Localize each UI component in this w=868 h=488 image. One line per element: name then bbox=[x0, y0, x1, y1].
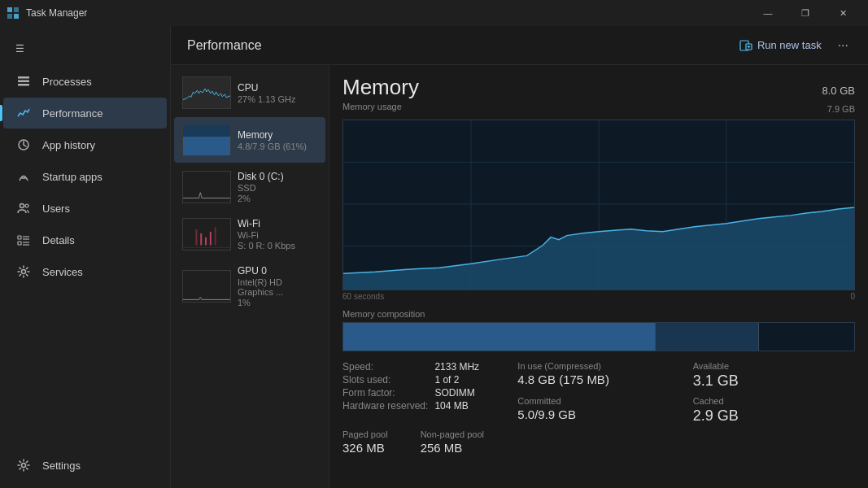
sidebar-item-processes[interactable]: Processes bbox=[3, 66, 167, 97]
in-use-label: In use (Compressed) bbox=[517, 361, 679, 371]
services-label: Services bbox=[42, 266, 83, 278]
bottom-stats: Paged pool 326 MB Non-paged pool 256 MB bbox=[342, 429, 855, 455]
more-options-button[interactable]: ··· bbox=[835, 35, 852, 56]
hw-reserved-value: 104 MB bbox=[434, 400, 504, 412]
slots-value: 1 of 2 bbox=[434, 374, 504, 386]
graph-time-labels: 60 seconds 0 bbox=[342, 292, 855, 301]
hamburger-button[interactable]: ☰ bbox=[0, 33, 39, 65]
svg-rect-29 bbox=[215, 227, 216, 245]
svg-rect-1 bbox=[14, 7, 19, 12]
svg-rect-11 bbox=[18, 236, 21, 239]
sidebar-item-app-history[interactable]: App history bbox=[3, 129, 167, 160]
sidebar-item-services[interactable]: Services bbox=[3, 256, 167, 287]
wifi-thumbnail bbox=[182, 218, 231, 251]
memory-graph-svg bbox=[343, 120, 854, 290]
minimize-button[interactable]: — bbox=[749, 0, 787, 26]
cpu-sub: 27% 1.13 GHz bbox=[238, 94, 317, 104]
processes-label: Processes bbox=[42, 76, 92, 88]
memory-right-value: 7.9 GB bbox=[827, 104, 855, 114]
memory-name: Memory bbox=[238, 129, 317, 141]
close-button[interactable]: ✕ bbox=[824, 0, 861, 26]
svg-rect-4 bbox=[18, 76, 29, 79]
device-item-wifi[interactable]: Wi-Fi Wi-Fi S: 0 R: 0 Kbps bbox=[174, 211, 325, 257]
memory-header: Memory 8.0 GB bbox=[342, 75, 855, 100]
title-bar-left: Task Manager bbox=[7, 7, 87, 20]
header-actions: Run new task ··· bbox=[739, 35, 852, 56]
device-item-cpu[interactable]: CPU 27% 1.13 GHz bbox=[174, 70, 325, 115]
wifi-info: Wi-Fi Wi-Fi S: 0 R: 0 Kbps bbox=[238, 218, 317, 251]
memory-graph bbox=[342, 120, 855, 290]
cached-label: Cached bbox=[693, 396, 855, 406]
window-controls: — ❐ ✕ bbox=[749, 0, 861, 26]
sidebar: ☰ Processes Performance bbox=[0, 26, 171, 488]
svg-rect-25 bbox=[205, 237, 207, 246]
speed-value: 2133 MHz bbox=[434, 361, 504, 373]
processes-icon bbox=[16, 74, 31, 89]
graph-time-start: 60 seconds bbox=[342, 292, 384, 301]
hw-reserved-label: Hardware reserved: bbox=[342, 400, 428, 412]
app-history-icon bbox=[16, 137, 31, 152]
svg-rect-28 bbox=[195, 229, 197, 245]
gpu-pct: 1% bbox=[238, 298, 317, 307]
svg-rect-26 bbox=[200, 233, 202, 246]
device-list: CPU 27% 1.13 GHz Memory 4.8/7.9 GB (61%) bbox=[171, 65, 329, 488]
svg-point-10 bbox=[25, 204, 28, 207]
mem-comp-used bbox=[343, 323, 655, 351]
run-new-task-button[interactable]: Run new task bbox=[739, 39, 822, 52]
non-paged-pool-label: Non-paged pool bbox=[421, 429, 484, 439]
sidebar-item-settings[interactable]: Settings bbox=[3, 450, 167, 481]
stat-right-block: Speed: 2133 MHz Slots used: 1 of 2 Form … bbox=[342, 361, 504, 425]
memory-thumbnail bbox=[182, 124, 231, 156]
device-item-disk0[interactable]: Disk 0 (C:) SSD 2% bbox=[174, 164, 325, 210]
sidebar-item-performance[interactable]: Performance bbox=[3, 98, 167, 129]
device-item-memory[interactable]: Memory 4.8/7.9 GB (61%) bbox=[174, 117, 325, 163]
memory-sub: 4.8/7.9 GB (61%) bbox=[238, 142, 317, 151]
svg-rect-6 bbox=[18, 84, 29, 86]
sidebar-item-users[interactable]: Users bbox=[3, 193, 167, 224]
stat-non-paged-pool: Non-paged pool 256 MB bbox=[421, 429, 484, 455]
paged-pool-label: Paged pool bbox=[342, 429, 388, 439]
form-value: SODIMM bbox=[434, 387, 504, 399]
cpu-name: CPU bbox=[238, 82, 317, 94]
mem-comp-cached bbox=[656, 323, 758, 351]
device-item-gpu0[interactable]: GPU 0 Intel(R) HD Graphics ... 1% bbox=[174, 259, 325, 314]
cached-value: 2.9 GB bbox=[693, 407, 855, 425]
detail-panel: Memory 8.0 GB Memory usage 7.9 GB bbox=[329, 65, 868, 488]
svg-rect-2 bbox=[7, 14, 12, 19]
stat-paged-pool: Paged pool 326 MB bbox=[342, 429, 388, 455]
maximize-button[interactable]: ❐ bbox=[787, 0, 824, 26]
details-icon bbox=[16, 233, 31, 247]
content-area: Performance Run new task ··· bbox=[171, 26, 868, 488]
svg-rect-3 bbox=[14, 14, 19, 19]
cpu-thumbnail bbox=[182, 76, 231, 109]
gpu-thumbnail bbox=[182, 270, 231, 303]
app-icon bbox=[7, 7, 20, 20]
stat-in-use: In use (Compressed) 4.8 GB (175 MB) bbox=[517, 361, 679, 390]
committed-value: 5.0/9.9 GB bbox=[517, 407, 679, 421]
services-icon bbox=[16, 264, 31, 279]
memory-total: 8.0 GB bbox=[822, 85, 855, 97]
memory-info: Memory 4.8/7.9 GB (61%) bbox=[238, 129, 317, 151]
sidebar-item-details[interactable]: Details bbox=[3, 224, 167, 255]
committed-label: Committed bbox=[517, 396, 679, 406]
wifi-name: Wi-Fi bbox=[238, 218, 317, 229]
performance-label: Performance bbox=[42, 107, 103, 120]
disk-pct: 2% bbox=[238, 194, 317, 203]
gpu-sub: Intel(R) HD Graphics ... bbox=[238, 277, 317, 297]
svg-rect-14 bbox=[18, 242, 21, 245]
disk-name: Disk 0 (C:) bbox=[238, 171, 317, 182]
perf-layout: CPU 27% 1.13 GHz Memory 4.8/7.9 GB (61%) bbox=[171, 65, 868, 488]
sidebar-item-startup-apps[interactable]: Startup apps bbox=[3, 161, 167, 192]
settings-icon bbox=[16, 458, 31, 473]
svg-point-17 bbox=[22, 270, 26, 274]
available-label: Available bbox=[693, 361, 855, 371]
run-new-task-label: Run new task bbox=[757, 39, 822, 51]
gpu-name: GPU 0 bbox=[238, 265, 317, 277]
sidebar-top: ☰ Processes Performance bbox=[0, 26, 170, 294]
sidebar-bottom: Settings bbox=[0, 449, 170, 488]
performance-icon bbox=[16, 106, 31, 120]
details-label: Details bbox=[42, 234, 75, 246]
settings-label: Settings bbox=[42, 460, 81, 472]
form-label: Form factor: bbox=[342, 387, 428, 399]
svg-point-18 bbox=[22, 464, 26, 468]
